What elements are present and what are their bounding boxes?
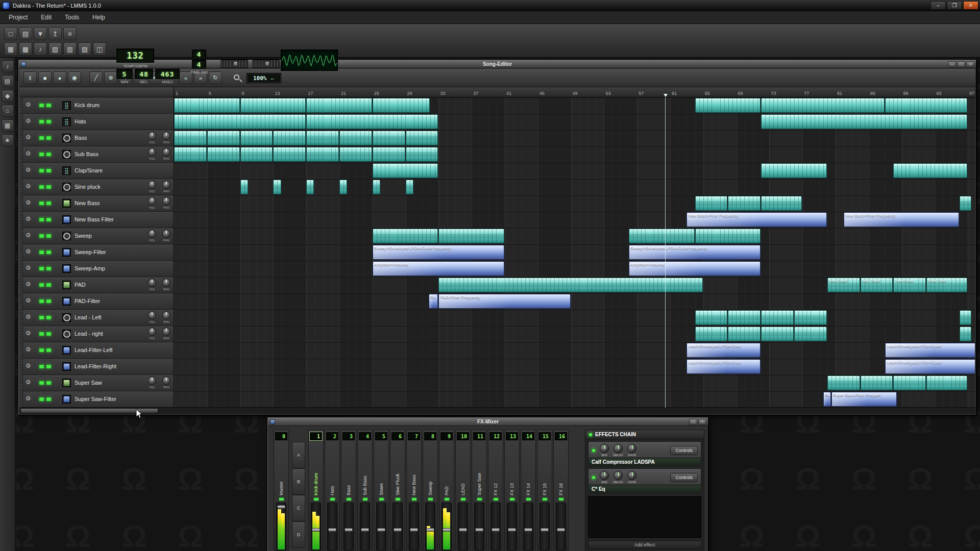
pattern[interactable] — [893, 375, 926, 390]
draw-mode-button[interactable]: ╱ — [89, 71, 103, 84]
playhead[interactable] — [665, 97, 666, 408]
track-settings-icon[interactable]: ⚙ — [26, 118, 31, 124]
pattern[interactable] — [728, 327, 761, 341]
pause-button[interactable]: ‖ — [23, 71, 37, 84]
pan-knob[interactable] — [162, 230, 170, 238]
song-editor-hscrollbar[interactable] — [19, 407, 975, 414]
stop-button[interactable]: ■ — [38, 71, 52, 84]
sidebar-computer-icon[interactable]: ▦ — [2, 119, 14, 132]
pattern[interactable] — [306, 98, 372, 113]
bank-c[interactable]: C — [292, 495, 305, 521]
track-name[interactable]: Sweep-Filter — [75, 249, 106, 255]
mixer-channel-15[interactable]: 15FX 15 — [537, 430, 552, 551]
channel-fader[interactable] — [327, 503, 337, 550]
mixer-channel-11[interactable]: 11Super Saw — [472, 430, 487, 551]
pattern[interactable] — [339, 180, 347, 194]
fx-mixer-titlebar[interactable]: FX-Mixer — [268, 418, 708, 426]
bb-editor-button[interactable]: ▩ — [19, 42, 32, 56]
pan-knob[interactable] — [162, 197, 170, 205]
effect-enabled-led[interactable] — [592, 475, 596, 480]
automation-pattern[interactable]: Lead>Envelopes/LFOs>Cuto — [687, 359, 761, 374]
automation-pattern[interactable]: Su — [823, 392, 831, 407]
automation-pattern[interactable]: PA — [429, 294, 438, 309]
effect-unit-c-eq[interactable]: W/DDECAYGATEControlsC* Eq — [588, 468, 701, 493]
track-mute-led[interactable] — [39, 299, 44, 304]
automation-pattern[interactable]: PAD>Filter Frequency — [438, 294, 570, 309]
channel-fader[interactable] — [491, 503, 501, 550]
menu-help[interactable]: Help — [86, 12, 112, 23]
effect-knob-gate[interactable]: GATE — [627, 444, 636, 457]
project-properties-button[interactable]: ≡ — [63, 27, 77, 40]
pattern[interactable] — [695, 327, 728, 341]
fx-mixer-button[interactable]: ▥ — [63, 42, 77, 56]
effect-enabled-led[interactable] — [592, 448, 596, 453]
track-settings-icon[interactable]: ⚙ — [26, 232, 31, 238]
channel-fader[interactable] — [523, 503, 533, 550]
track-solo-led[interactable] — [46, 315, 52, 320]
track-row-sine-pluck[interactable]: ⚙Sine pluckVOLPAN — [19, 179, 174, 195]
track-grip[interactable] — [19, 163, 23, 179]
sidebar-star-icon[interactable]: ★ — [2, 134, 14, 146]
volume-knob[interactable] — [148, 132, 156, 140]
fader-handle[interactable] — [377, 528, 385, 532]
track-grip[interactable] — [19, 391, 23, 407]
track-name[interactable]: Lead-Filter-Right — [75, 363, 116, 369]
track-name[interactable]: Hats — [75, 118, 86, 124]
fx-mixer-window[interactable]: FX-Mixer EFFECTS CHAIN W/DDECAYGATEContr… — [267, 417, 708, 551]
track-settings-icon[interactable]: ⚙ — [26, 346, 31, 353]
track-row-super-saw[interactable]: ⚙Super SawVOLPAN — [19, 375, 174, 391]
mixer-channel-3[interactable]: 3Bass — [341, 430, 356, 551]
fader-handle[interactable] — [541, 528, 549, 532]
track-mute-led[interactable] — [39, 201, 44, 206]
sidebar-home-icon[interactable]: ⌂ — [2, 105, 14, 117]
pattern[interactable] — [861, 375, 893, 390]
channel-fader[interactable] — [376, 503, 386, 550]
track-solo-led[interactable] — [46, 217, 52, 222]
pattern[interactable] — [174, 131, 207, 145]
track-mute-led[interactable] — [39, 168, 44, 173]
pattern[interactable] — [339, 131, 372, 145]
track-solo-led[interactable] — [46, 201, 52, 206]
knob[interactable] — [614, 471, 623, 480]
channel-fader[interactable] — [556, 503, 566, 550]
track-settings-icon[interactable]: ⚙ — [26, 248, 31, 255]
track-settings-icon[interactable]: ⚙ — [26, 216, 31, 222]
channel-fader[interactable] — [425, 503, 435, 550]
track-row-lead-right[interactable]: ⚙Lead - rightVOLPAN — [19, 326, 174, 342]
master-volume-slider[interactable] — [220, 60, 248, 68]
bank-a[interactable]: A — [292, 442, 305, 468]
pattern[interactable] — [306, 147, 339, 162]
song-editor-window[interactable]: Song-Editor ‖■●◉ ╱⊕+⇥⇤ «»↻ 100% 15913172… — [18, 60, 976, 415]
pattern[interactable] — [695, 229, 761, 243]
track-mute-led[interactable] — [39, 381, 44, 385]
channel-fader[interactable] — [540, 503, 550, 550]
pattern[interactable] — [794, 310, 827, 325]
track-mute-led[interactable] — [39, 136, 44, 140]
pattern[interactable] — [240, 147, 273, 162]
track-settings-icon[interactable]: ⚙ — [26, 379, 31, 385]
automation-pattern[interactable]: Amplifier>>Volume — [629, 261, 761, 276]
pattern[interactable] — [373, 147, 405, 162]
effect-knob-w-d[interactable]: W/D — [600, 444, 609, 457]
channel-fader[interactable] — [393, 503, 403, 550]
track-grip[interactable] — [19, 195, 23, 211]
channel-fader[interactable] — [458, 503, 468, 550]
pattern[interactable] — [174, 98, 240, 113]
track-mute-led[interactable] — [39, 315, 44, 320]
pattern[interactable] — [207, 131, 240, 145]
track-name[interactable]: Bass — [75, 135, 87, 141]
song-editor-titlebar[interactable]: Song-Editor — [19, 60, 976, 68]
track-grip[interactable] — [19, 359, 23, 374]
track-settings-icon[interactable]: ⚙ — [26, 151, 31, 157]
effect-knob-decay[interactable]: DECAY — [613, 444, 623, 457]
volume-slider-handle[interactable] — [233, 61, 238, 66]
track-settings-icon[interactable]: ⚙ — [26, 314, 31, 320]
pattern[interactable] — [695, 98, 761, 113]
pattern[interactable]: New Bass — [926, 278, 967, 292]
volume-knob[interactable] — [148, 230, 156, 238]
track-mute-led[interactable] — [39, 234, 44, 238]
fader-handle[interactable] — [475, 528, 483, 532]
pattern[interactable] — [373, 163, 438, 178]
time-min-display[interactable]: 5 — [116, 69, 133, 79]
pattern[interactable]: New Bass — [827, 278, 860, 292]
